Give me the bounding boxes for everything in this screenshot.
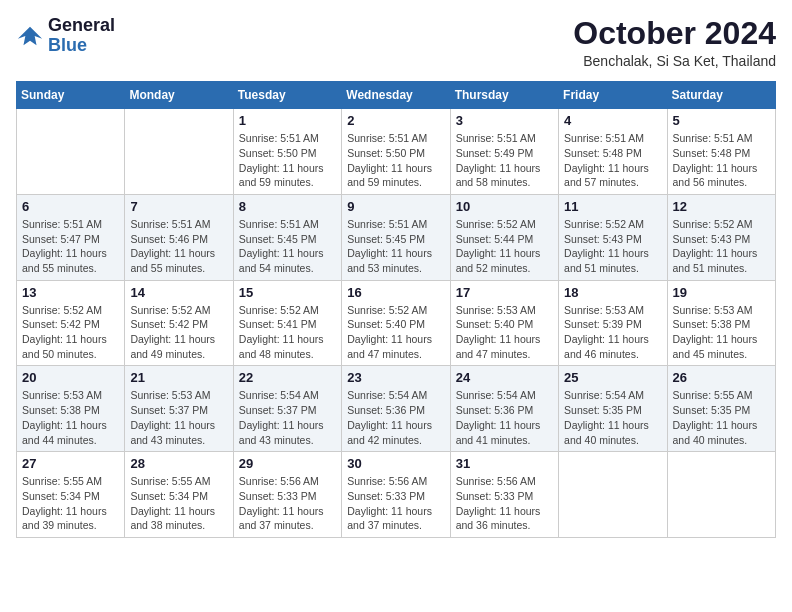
day-number: 5 [673,113,770,128]
day-number: 10 [456,199,553,214]
day-info: Sunrise: 5:51 AMSunset: 5:47 PMDaylight:… [22,217,119,276]
day-info: Sunrise: 5:53 AMSunset: 5:37 PMDaylight:… [130,388,227,447]
day-number: 16 [347,285,444,300]
calendar-cell: 6Sunrise: 5:51 AMSunset: 5:47 PMDaylight… [17,194,125,280]
day-info: Sunrise: 5:51 AMSunset: 5:45 PMDaylight:… [239,217,336,276]
calendar-cell: 27Sunrise: 5:55 AMSunset: 5:34 PMDayligh… [17,452,125,538]
day-info: Sunrise: 5:56 AMSunset: 5:33 PMDaylight:… [456,474,553,533]
day-number: 11 [564,199,661,214]
calendar-cell: 10Sunrise: 5:52 AMSunset: 5:44 PMDayligh… [450,194,558,280]
day-number: 26 [673,370,770,385]
calendar-cell: 22Sunrise: 5:54 AMSunset: 5:37 PMDayligh… [233,366,341,452]
svg-marker-0 [18,26,42,45]
title-block: October 2024 Benchalak, Si Sa Ket, Thail… [573,16,776,69]
calendar-week-1: 1Sunrise: 5:51 AMSunset: 5:50 PMDaylight… [17,109,776,195]
day-number: 20 [22,370,119,385]
calendar-cell [559,452,667,538]
calendar-cell: 7Sunrise: 5:51 AMSunset: 5:46 PMDaylight… [125,194,233,280]
day-number: 28 [130,456,227,471]
calendar-cell: 2Sunrise: 5:51 AMSunset: 5:50 PMDaylight… [342,109,450,195]
day-info: Sunrise: 5:52 AMSunset: 5:43 PMDaylight:… [673,217,770,276]
day-info: Sunrise: 5:51 AMSunset: 5:50 PMDaylight:… [347,131,444,190]
day-number: 18 [564,285,661,300]
calendar-cell: 25Sunrise: 5:54 AMSunset: 5:35 PMDayligh… [559,366,667,452]
calendar-cell: 11Sunrise: 5:52 AMSunset: 5:43 PMDayligh… [559,194,667,280]
day-number: 8 [239,199,336,214]
day-number: 12 [673,199,770,214]
logo-text: General Blue [48,16,115,56]
calendar-cell: 18Sunrise: 5:53 AMSunset: 5:39 PMDayligh… [559,280,667,366]
day-info: Sunrise: 5:55 AMSunset: 5:34 PMDaylight:… [130,474,227,533]
day-header-wednesday: Wednesday [342,82,450,109]
day-info: Sunrise: 5:51 AMSunset: 5:48 PMDaylight:… [673,131,770,190]
day-info: Sunrise: 5:51 AMSunset: 5:49 PMDaylight:… [456,131,553,190]
day-info: Sunrise: 5:55 AMSunset: 5:35 PMDaylight:… [673,388,770,447]
calendar-cell: 14Sunrise: 5:52 AMSunset: 5:42 PMDayligh… [125,280,233,366]
day-info: Sunrise: 5:53 AMSunset: 5:40 PMDaylight:… [456,303,553,362]
day-info: Sunrise: 5:54 AMSunset: 5:36 PMDaylight:… [456,388,553,447]
day-number: 27 [22,456,119,471]
day-info: Sunrise: 5:51 AMSunset: 5:45 PMDaylight:… [347,217,444,276]
page-header: General Blue October 2024 Benchalak, Si … [16,16,776,69]
logo-icon [16,22,44,50]
calendar-table: SundayMondayTuesdayWednesdayThursdayFrid… [16,81,776,538]
day-number: 1 [239,113,336,128]
day-info: Sunrise: 5:52 AMSunset: 5:40 PMDaylight:… [347,303,444,362]
day-info: Sunrise: 5:52 AMSunset: 5:41 PMDaylight:… [239,303,336,362]
calendar-cell: 4Sunrise: 5:51 AMSunset: 5:48 PMDaylight… [559,109,667,195]
location: Benchalak, Si Sa Ket, Thailand [573,53,776,69]
day-header-saturday: Saturday [667,82,775,109]
calendar-cell: 26Sunrise: 5:55 AMSunset: 5:35 PMDayligh… [667,366,775,452]
calendar-cell: 29Sunrise: 5:56 AMSunset: 5:33 PMDayligh… [233,452,341,538]
calendar-cell: 31Sunrise: 5:56 AMSunset: 5:33 PMDayligh… [450,452,558,538]
calendar-cell: 23Sunrise: 5:54 AMSunset: 5:36 PMDayligh… [342,366,450,452]
day-info: Sunrise: 5:52 AMSunset: 5:44 PMDaylight:… [456,217,553,276]
day-header-thursday: Thursday [450,82,558,109]
day-number: 6 [22,199,119,214]
day-number: 15 [239,285,336,300]
day-header-monday: Monday [125,82,233,109]
day-info: Sunrise: 5:53 AMSunset: 5:38 PMDaylight:… [22,388,119,447]
day-info: Sunrise: 5:55 AMSunset: 5:34 PMDaylight:… [22,474,119,533]
day-number: 30 [347,456,444,471]
calendar-cell: 24Sunrise: 5:54 AMSunset: 5:36 PMDayligh… [450,366,558,452]
calendar-cell: 17Sunrise: 5:53 AMSunset: 5:40 PMDayligh… [450,280,558,366]
day-number: 31 [456,456,553,471]
calendar-cell: 30Sunrise: 5:56 AMSunset: 5:33 PMDayligh… [342,452,450,538]
day-number: 13 [22,285,119,300]
calendar-cell: 1Sunrise: 5:51 AMSunset: 5:50 PMDaylight… [233,109,341,195]
logo: General Blue [16,16,115,56]
day-number: 4 [564,113,661,128]
day-info: Sunrise: 5:51 AMSunset: 5:48 PMDaylight:… [564,131,661,190]
day-info: Sunrise: 5:52 AMSunset: 5:42 PMDaylight:… [130,303,227,362]
day-number: 22 [239,370,336,385]
day-number: 24 [456,370,553,385]
calendar-cell: 15Sunrise: 5:52 AMSunset: 5:41 PMDayligh… [233,280,341,366]
day-info: Sunrise: 5:54 AMSunset: 5:37 PMDaylight:… [239,388,336,447]
calendar-cell: 19Sunrise: 5:53 AMSunset: 5:38 PMDayligh… [667,280,775,366]
day-header-sunday: Sunday [17,82,125,109]
day-info: Sunrise: 5:54 AMSunset: 5:35 PMDaylight:… [564,388,661,447]
day-info: Sunrise: 5:51 AMSunset: 5:50 PMDaylight:… [239,131,336,190]
day-number: 14 [130,285,227,300]
day-info: Sunrise: 5:53 AMSunset: 5:38 PMDaylight:… [673,303,770,362]
day-info: Sunrise: 5:51 AMSunset: 5:46 PMDaylight:… [130,217,227,276]
day-number: 17 [456,285,553,300]
calendar-cell: 28Sunrise: 5:55 AMSunset: 5:34 PMDayligh… [125,452,233,538]
day-info: Sunrise: 5:56 AMSunset: 5:33 PMDaylight:… [347,474,444,533]
day-number: 23 [347,370,444,385]
logo-line2: Blue [48,36,115,56]
day-number: 19 [673,285,770,300]
day-header-tuesday: Tuesday [233,82,341,109]
calendar-cell: 3Sunrise: 5:51 AMSunset: 5:49 PMDaylight… [450,109,558,195]
calendar-cell [125,109,233,195]
calendar-week-5: 27Sunrise: 5:55 AMSunset: 5:34 PMDayligh… [17,452,776,538]
calendar-cell: 8Sunrise: 5:51 AMSunset: 5:45 PMDaylight… [233,194,341,280]
calendar-cell: 20Sunrise: 5:53 AMSunset: 5:38 PMDayligh… [17,366,125,452]
day-number: 7 [130,199,227,214]
calendar-cell: 21Sunrise: 5:53 AMSunset: 5:37 PMDayligh… [125,366,233,452]
day-info: Sunrise: 5:54 AMSunset: 5:36 PMDaylight:… [347,388,444,447]
calendar-cell [667,452,775,538]
calendar-cell: 12Sunrise: 5:52 AMSunset: 5:43 PMDayligh… [667,194,775,280]
calendar-week-4: 20Sunrise: 5:53 AMSunset: 5:38 PMDayligh… [17,366,776,452]
